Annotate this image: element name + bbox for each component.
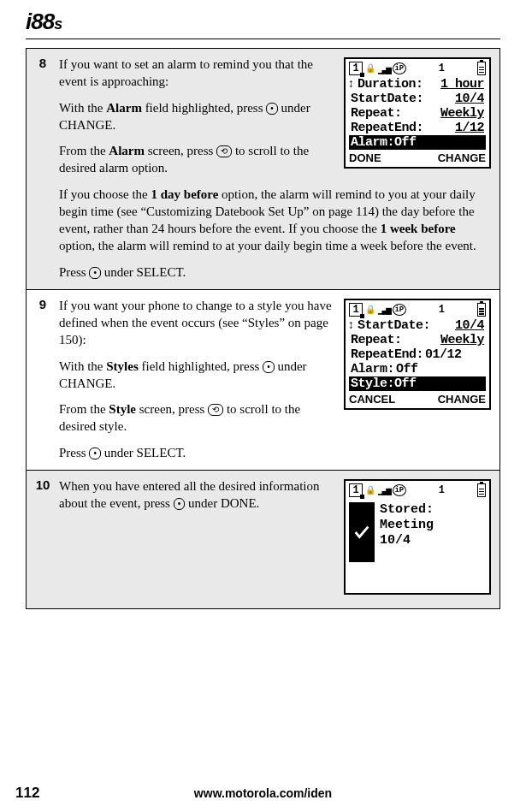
phone-softkeys: DONE CHANGE — [346, 150, 489, 167]
phone-status-bar: 1 🔒 ▁▃▅ iP 1 — [346, 481, 489, 499]
softkey-icon: • — [174, 498, 186, 510]
step-8-row: 8 1 🔒 ▁▃▅ iP 1 Duration: 1 hour StartDat… — [27, 49, 499, 289]
lock-icon: 🔒 — [365, 63, 375, 74]
screen-line-alarm: Alarm:Off — [349, 135, 486, 150]
step-10-row: 10 1 🔒 ▁▃▅ iP 1 — [27, 470, 499, 608]
battery-icon — [477, 483, 486, 497]
step-9-row: 9 1 🔒 ▁▃▅ iP 1 StartDate: 10/4 Repeat: W… — [27, 289, 499, 470]
phone-content: Stored: Meeting 10/4 — [346, 499, 489, 593]
softkey-right: CHANGE — [438, 393, 486, 406]
screen-line-style: Style:Off — [349, 376, 486, 391]
signal-icon: ▁▃▅ — [378, 484, 390, 495]
header-divider — [26, 39, 500, 39]
steps-table: 8 1 🔒 ▁▃▅ iP 1 Duration: 1 hour StartDat… — [26, 48, 500, 609]
phone-screen-style: 1 🔒 ▁▃▅ iP 1 StartDate: 10/4 Repeat: Wee… — [344, 299, 491, 410]
screen-line-repeatend: RepeatEnd:01/12 — [349, 347, 486, 362]
screen-line-repeat: Repeat: Weekly — [349, 333, 486, 347]
ip-icon: iP — [393, 484, 406, 496]
line-indicator-icon: 1 — [349, 303, 363, 317]
brand-suffix: s — [54, 15, 62, 33]
footer-url: www.motorola.com/iden — [0, 786, 526, 800]
screen-line-startdate: StartDate: 10/4 — [349, 92, 486, 106]
battery-icon — [477, 303, 486, 317]
softkey-icon: • — [89, 267, 101, 279]
step-number: 10 — [27, 471, 59, 608]
scroll-key-icon: ⟲ — [216, 145, 232, 157]
signal-icon: ▁▃▅ — [378, 304, 390, 315]
phone-screen-alarm: 1 🔒 ▁▃▅ iP 1 Duration: 1 hour StartDate:… — [344, 57, 491, 169]
softkey-icon: • — [266, 103, 278, 115]
screen-line-startdate: StartDate: 10/4 — [349, 318, 486, 333]
active-line-icon: 1 — [439, 484, 445, 496]
screen-line-alarm: Alarm:Off — [349, 362, 486, 376]
softkey-icon: • — [263, 361, 275, 373]
active-line-icon: 1 — [439, 304, 445, 316]
battery-icon — [477, 62, 486, 75]
active-line-icon: 1 — [439, 62, 445, 74]
softkey-right: CHANGE — [438, 151, 486, 164]
screen-line-repeat: Repeat: Weekly — [349, 106, 486, 121]
phone-softkeys: CANCEL CHANGE — [346, 391, 489, 408]
softkey-left: CANCEL — [349, 393, 395, 406]
phone-content: StartDate: 10/4 Repeat: Weekly RepeatEnd… — [346, 318, 489, 391]
step-body: 1 🔒 ▁▃▅ iP 1 Duration: 1 hour StartDate:… — [59, 49, 499, 289]
signal-icon: ▁▃▅ — [378, 63, 390, 74]
page-number: 112 — [15, 785, 39, 802]
lock-icon: 🔒 — [365, 485, 375, 495]
softkey-left: DONE — [349, 151, 381, 164]
ip-icon: iP — [393, 62, 406, 74]
stored-message: Stored: Meeting 10/4 — [380, 502, 434, 548]
ip-icon: iP — [393, 304, 406, 316]
screen-line-repeatend: RepeatEnd: 1/12 — [349, 121, 486, 135]
step-number: 8 — [27, 49, 59, 289]
phone-status-bar: 1 🔒 ▁▃▅ iP 1 — [346, 300, 489, 318]
step-number: 9 — [27, 290, 59, 470]
brand-name: i88 — [26, 9, 54, 34]
phone-screen-stored: 1 🔒 ▁▃▅ iP 1 Stored: Meeting 10 — [344, 479, 491, 595]
lock-icon: 🔒 — [365, 305, 375, 315]
softkey-icon: • — [89, 447, 101, 459]
checkmark-icon — [349, 502, 375, 562]
step-body: 1 🔒 ▁▃▅ iP 1 StartDate: 10/4 Repeat: Wee… — [59, 290, 499, 470]
scroll-key-icon: ⟲ — [208, 404, 223, 416]
brand-logo: i88s — [26, 9, 500, 35]
screen-line-duration: Duration: 1 hour — [349, 77, 486, 92]
step-body: 1 🔒 ▁▃▅ iP 1 Stored: Meeting 10 — [59, 471, 499, 608]
phone-content: Duration: 1 hour StartDate: 10/4 Repeat:… — [346, 77, 489, 150]
phone-status-bar: 1 🔒 ▁▃▅ iP 1 — [346, 59, 489, 77]
line-indicator-icon: 1 — [349, 483, 363, 497]
line-indicator-icon: 1 — [349, 62, 363, 75]
